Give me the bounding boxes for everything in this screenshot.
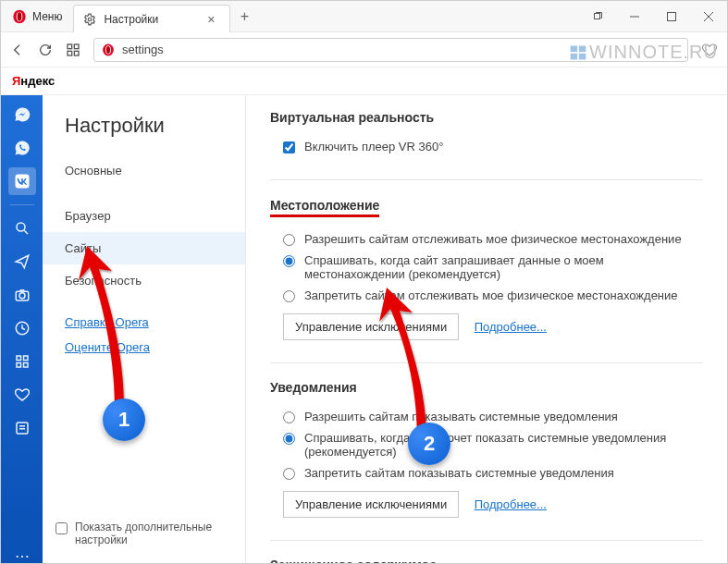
svg-rect-19 [579, 53, 586, 59]
svg-line-22 [24, 230, 28, 234]
notif-more-link[interactable]: Подробнее... [475, 497, 547, 511]
svg-point-15 [106, 45, 110, 53]
window-controls [579, 1, 727, 31]
settings-sidebar: Настройки Основные Браузер Сайты Безопас… [43, 95, 246, 564]
search-provider-bar[interactable]: Яндекс [1, 67, 727, 95]
opera-icon [102, 43, 115, 56]
sidebar-item-websites[interactable]: Сайты [43, 232, 245, 264]
location-manage-exceptions-button[interactable]: Управление исключениями [283, 313, 459, 340]
url-text: settings [122, 43, 164, 56]
settings-content: Виртуальная реальность Включить плеер VR… [246, 95, 727, 564]
notif-radio-deny[interactable]: Запретить сайтам показывать системные ув… [270, 462, 703, 484]
main-area: ⋯ Настройки Основные Браузер Сайты Безоп… [1, 95, 727, 564]
browser-tab[interactable]: Настройки × [73, 5, 230, 32]
grid-icon[interactable] [8, 348, 36, 375]
location-radio-ask[interactable]: Спрашивать, когда сайт запрашивает данны… [270, 250, 703, 285]
sidebar-item-browser[interactable]: Браузер [43, 200, 245, 232]
title-bar: Меню Настройки × + [1, 1, 727, 32]
rail-more-button[interactable]: ⋯ [15, 547, 30, 564]
whatsapp-icon[interactable] [8, 134, 36, 162]
svg-rect-26 [17, 356, 21, 361]
separator [270, 362, 703, 363]
windows-logo-icon [569, 43, 587, 62]
advanced-settings-checkbox[interactable]: Показать дополнительные настройки [43, 508, 245, 564]
section-title-vr: Виртуальная реальность [270, 110, 703, 125]
vr-checkbox[interactable] [283, 141, 295, 153]
svg-rect-28 [17, 363, 21, 368]
svg-point-24 [19, 293, 25, 299]
svg-rect-10 [74, 44, 79, 49]
window-minimize-button[interactable] [616, 1, 653, 31]
section-location: Местоположение Разрешить сайтам отслежив… [270, 197, 703, 340]
rss-icon[interactable] [8, 414, 36, 442]
rail-separator [10, 204, 34, 205]
svg-rect-11 [68, 51, 72, 55]
svg-rect-16 [571, 45, 578, 52]
tab-close-button[interactable]: × [202, 12, 220, 27]
svg-rect-17 [579, 45, 586, 52]
section-vr: Виртуальная реальность Включить плеер VR… [270, 110, 703, 157]
new-tab-button[interactable]: + [230, 1, 258, 31]
advanced-checkbox-label: Показать дополнительные настройки [75, 521, 232, 546]
svg-rect-29 [23, 363, 28, 368]
help-link[interactable]: Справка Opera [43, 310, 245, 335]
heart-icon[interactable] [8, 381, 36, 409]
speed-dial-icon[interactable] [66, 43, 80, 57]
menu-label: Меню [32, 10, 62, 23]
svg-point-21 [17, 223, 25, 231]
notif-manage-exceptions-button[interactable]: Управление исключениями [283, 491, 459, 518]
svg-rect-6 [668, 12, 676, 20]
location-radio-allow[interactable]: Разрешить сайтам отслеживать мое физичес… [270, 228, 703, 250]
section-title-protected: Защищенное содержимое [270, 558, 703, 564]
sidebar-item-security[interactable]: Безопасность [43, 264, 245, 297]
notif-radio-ask[interactable]: Спрашивать, когда сайт хочет показать си… [270, 427, 703, 462]
window-maximize-button[interactable] [653, 1, 690, 31]
location-radio-deny[interactable]: Запретить сайтам отслеживать мое физичес… [270, 285, 703, 306]
vr-checkbox-label: Включить плеер VR 360° [304, 140, 443, 153]
section-title-location: Местоположение [270, 198, 379, 217]
gear-icon [83, 13, 96, 26]
reload-button[interactable] [38, 43, 53, 57]
watermark: WINNOTE.RU [569, 42, 718, 63]
section-title-notifications: Уведомления [270, 380, 703, 395]
window-restore-down-icon[interactable] [579, 1, 616, 31]
yandex-prefix: Я [12, 74, 20, 88]
rate-link[interactable]: Оцените Opera [43, 335, 245, 360]
svg-point-2 [18, 12, 22, 20]
page-title: Настройки [43, 114, 245, 154]
section-notifications: Уведомления Разрешить сайтам показывать … [270, 380, 703, 518]
svg-rect-12 [74, 51, 79, 55]
section-protected: Защищенное содержимое Разрешить сайтам в… [270, 558, 703, 564]
messenger-icon[interactable] [8, 101, 36, 129]
tab-title: Настройки [104, 13, 158, 26]
notif-radio-allow[interactable]: Разрешить сайтам показывать системные ув… [270, 406, 703, 427]
yandex-rest: ндекс [20, 74, 55, 88]
svg-rect-9 [68, 44, 72, 49]
menu-button[interactable]: Меню [1, 1, 73, 31]
svg-point-3 [89, 18, 93, 21]
svg-rect-27 [23, 356, 28, 361]
camera-icon[interactable] [8, 281, 36, 309]
separator [270, 179, 703, 180]
window-close-button[interactable] [690, 1, 727, 31]
clock-icon[interactable] [8, 314, 36, 342]
send-icon[interactable] [8, 248, 36, 276]
svg-rect-18 [571, 53, 578, 59]
opera-icon [12, 9, 27, 24]
left-rail: ⋯ [1, 95, 43, 564]
vk-icon[interactable] [8, 167, 36, 195]
advanced-checkbox-input[interactable] [56, 522, 68, 534]
separator [270, 540, 703, 541]
vr-checkbox-row[interactable]: Включить плеер VR 360° [270, 136, 703, 157]
svg-rect-4 [595, 13, 600, 18]
sidebar-item-basic[interactable]: Основные [43, 154, 245, 187]
location-more-link[interactable]: Подробнее... [475, 320, 547, 334]
back-button[interactable] [10, 43, 25, 57]
search-icon[interactable] [8, 215, 36, 242]
